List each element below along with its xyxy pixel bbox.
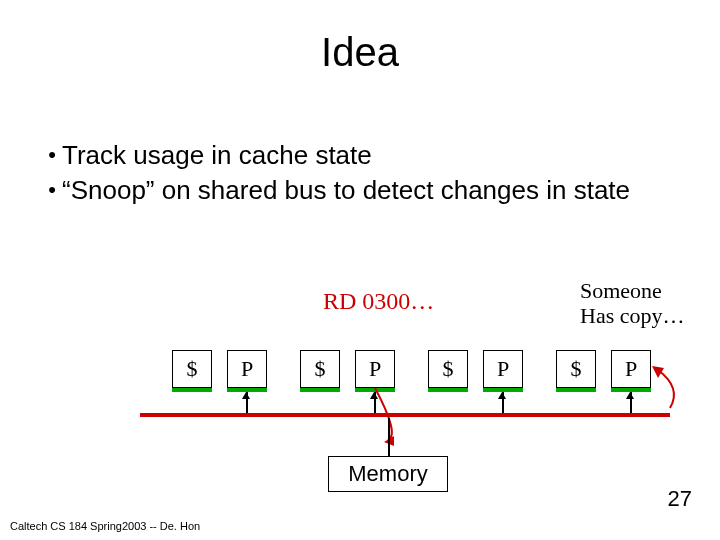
slide-title: Idea [0, 30, 720, 75]
memory-stub [388, 418, 390, 456]
bullet-dot: • [42, 138, 62, 171]
rd-label: RD 0300… [323, 288, 434, 315]
someone-label: Someone Has copy… [580, 278, 684, 329]
arrow-up-icon [242, 392, 250, 399]
bullet-text: Track usage in cache state [62, 138, 372, 173]
slide-number: 27 [668, 486, 692, 512]
cache-box: $ [556, 350, 596, 388]
svg-marker-1 [652, 366, 664, 378]
proc-box: P [483, 350, 523, 388]
bullet-dot: • [42, 173, 62, 206]
cache-box: $ [172, 350, 212, 388]
green-bar [300, 388, 340, 392]
arrow-up-icon [626, 392, 634, 399]
arrow-up-icon [498, 392, 506, 399]
someone-line1: Someone [580, 278, 684, 303]
memory-box: Memory [328, 456, 448, 492]
red-arrow-icon [360, 380, 440, 450]
bullet-item: • “Snoop” on shared bus to detect change… [42, 173, 630, 208]
bullet-list: • Track usage in cache state • “Snoop” o… [42, 138, 630, 208]
bullet-text: “Snoop” on shared bus to detect changes … [62, 173, 630, 208]
proc-box: P [227, 350, 267, 388]
someone-line2: Has copy… [580, 303, 684, 328]
footer-course: Caltech CS 184 Spring2003 -- De. Hon [10, 520, 200, 532]
cache-box: $ [300, 350, 340, 388]
red-arrow-icon [640, 360, 690, 420]
green-bar [172, 388, 212, 392]
slide: Idea • Track usage in cache state • “Sno… [0, 0, 720, 540]
bullet-item: • Track usage in cache state [42, 138, 630, 173]
green-bar [556, 388, 596, 392]
